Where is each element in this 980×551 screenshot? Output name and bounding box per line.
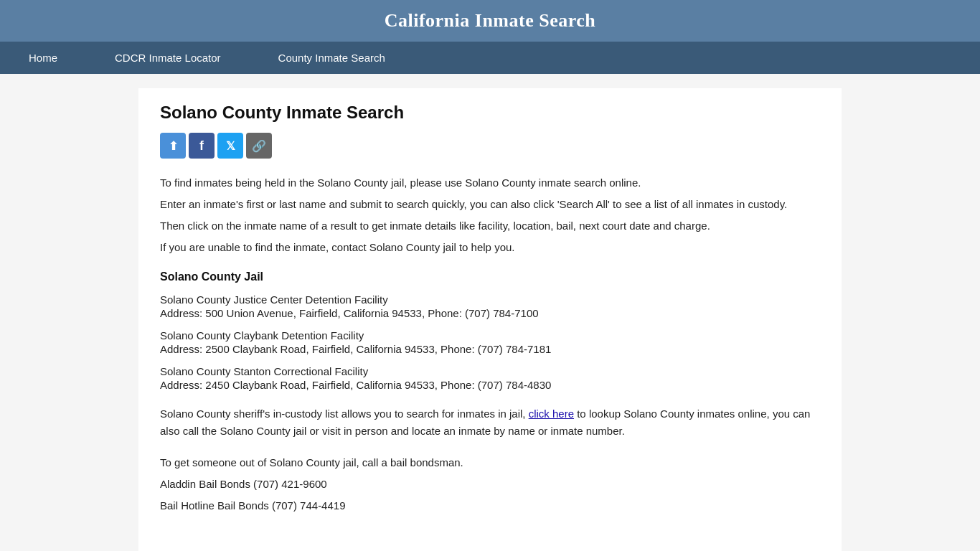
bail-intro: To get someone out of Solano County jail… xyxy=(160,454,820,471)
nav-home[interactable]: Home xyxy=(0,42,86,74)
page-heading: Solano County Inmate Search xyxy=(160,103,820,123)
site-header: California Inmate Search xyxy=(0,0,980,42)
facility-3-address: Address: 2450 Claybank Road, Fairfield, … xyxy=(160,379,820,391)
nav-cdcr[interactable]: CDCR Inmate Locator xyxy=(86,42,250,74)
jail-section: Solano County Jail Solano County Justice… xyxy=(160,270,820,514)
sheriff-text-before: Solano County sheriff's in-custody list … xyxy=(160,408,526,420)
content-area: Solano County Inmate Search ⬆ f 𝕏 🔗 To f… xyxy=(0,74,980,551)
facility-2-name: Solano County Claybank Detention Facilit… xyxy=(160,329,820,342)
facility-2-address: Address: 2500 Claybank Road, Fairfield, … xyxy=(160,343,820,355)
intro-para-4: If you are unable to find the inmate, co… xyxy=(160,239,820,256)
intro-para-3: Then click on the inmate name of a resul… xyxy=(160,217,820,235)
sheriff-paragraph: Solano County sheriff's in-custody list … xyxy=(160,405,820,440)
site-title: California Inmate Search xyxy=(14,10,966,32)
jail-section-title: Solano County Jail xyxy=(160,270,820,283)
link-button[interactable]: 🔗 xyxy=(246,133,272,159)
facility-1-name: Solano County Justice Center Detention F… xyxy=(160,293,820,306)
twitter-button[interactable]: 𝕏 xyxy=(217,133,243,159)
facility-3-name: Solano County Stanton Correctional Facil… xyxy=(160,365,820,377)
bail-bonds-2: Bail Hotline Bail Bonds (707) 744-4419 xyxy=(160,497,820,514)
main-nav: Home CDCR Inmate Locator County Inmate S… xyxy=(0,42,980,74)
bail-bonds-1: Aladdin Bail Bonds (707) 421-9600 xyxy=(160,476,820,493)
sheriff-link[interactable]: click here xyxy=(529,408,574,420)
share-button[interactable]: ⬆ xyxy=(160,133,186,159)
nav-county[interactable]: County Inmate Search xyxy=(250,42,414,74)
inner-content: Solano County Inmate Search ⬆ f 𝕏 🔗 To f… xyxy=(138,88,842,551)
facebook-button[interactable]: f xyxy=(189,133,215,159)
intro-para-1: To find inmates being held in the Solano… xyxy=(160,174,820,192)
facility-1-address: Address: 500 Union Avenue, Fairfield, Ca… xyxy=(160,307,820,319)
intro-para-2: Enter an inmate's first or last name and… xyxy=(160,196,820,213)
social-buttons: ⬆ f 𝕏 🔗 xyxy=(160,133,820,159)
